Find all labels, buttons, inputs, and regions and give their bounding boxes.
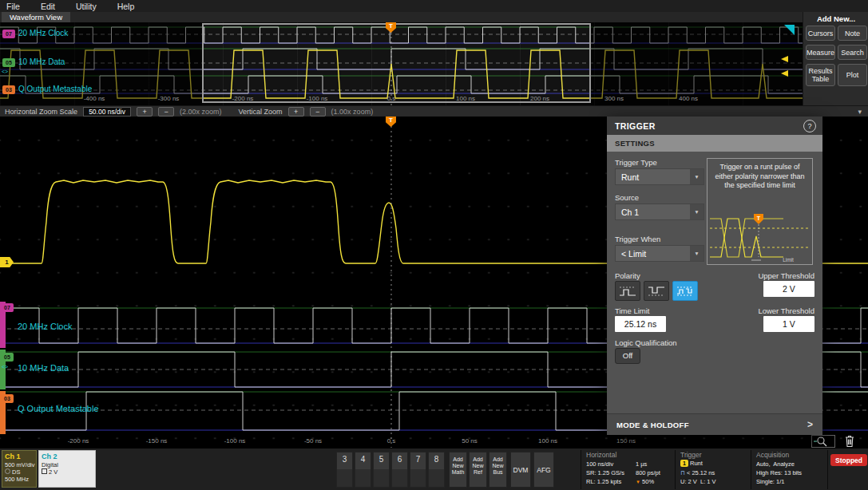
bottom-status-bar: Ch 1 500 mV/div DS 500 MHz Ch 2 Digital … — [0, 448, 868, 490]
overview-label-clock: 20 MHz Clock — [18, 29, 68, 38]
menu-utility[interactable]: Utility — [76, 2, 97, 11]
logic-qualification-off-button[interactable]: Off — [615, 348, 640, 364]
trigger-type-dropdown[interactable]: Runt ▼ — [615, 168, 704, 185]
position-marker-icon: ▼ — [636, 480, 640, 484]
overview-label-meta: Q Output Metastable — [18, 85, 92, 93]
horizontal-status[interactable]: Horizontal 100 ns/div 1 µs SR: 1.25 GS/s… — [583, 450, 673, 489]
ch1-badge[interactable]: Ch 1 500 mV/div DS 500 MHz — [2, 450, 37, 488]
view-tab-strip: Waveform View — [0, 12, 803, 22]
trigger-when-dropdown[interactable]: < Limit ▼ — [615, 245, 704, 262]
trigger-type-value: Runt — [621, 172, 639, 182]
stopped-button[interactable]: Stopped — [830, 454, 867, 466]
tab-settings[interactable]: SETTINGS — [607, 135, 822, 152]
search-mark-icon[interactable] — [784, 25, 795, 35]
note-button[interactable]: Note — [838, 26, 867, 41]
lower-threshold-marker-icon[interactable] — [781, 70, 788, 77]
menu-file[interactable]: File — [6, 2, 20, 11]
menu-edit[interactable]: Edit — [41, 2, 55, 11]
overview-badge-d5[interactable]: 05 — [2, 58, 15, 67]
menu-help[interactable]: Help — [117, 2, 135, 11]
upper-threshold-marker-icon[interactable] — [781, 56, 788, 62]
ch8-button[interactable]: 8 — [428, 452, 445, 488]
trigger-source-badge: 1 — [680, 460, 688, 467]
upper-threshold-input[interactable]: 2 V — [763, 281, 814, 297]
ch5-button[interactable]: 5 — [373, 452, 390, 488]
acquisition-status[interactable]: Acquisition Auto, Analyze High Res: 13 b… — [753, 450, 826, 489]
threshold-icon — [42, 468, 47, 474]
v-zoom-minus-button[interactable]: − — [310, 107, 326, 117]
polarity-negative-button[interactable] — [644, 281, 669, 301]
add-new-bus-button[interactable]: Add New Bus — [489, 452, 507, 488]
upper-threshold-label: Upper Threshold — [711, 271, 814, 280]
expander-icon[interactable]: <> — [2, 69, 8, 74]
v-zoom-label: Vertical Zoom — [239, 108, 283, 116]
v-zoom-factor: (1.00x zoom) — [331, 108, 374, 116]
ch4-button[interactable]: 4 — [355, 452, 371, 488]
ch2-mode: Digital — [39, 461, 95, 468]
ch2-badge[interactable]: Ch 2 Digital 2 V — [38, 450, 96, 488]
chevron-down-icon[interactable]: ▾ — [858, 108, 862, 116]
overview-dim-right — [591, 22, 803, 105]
zoom-overview-icon[interactable] — [811, 435, 835, 448]
main-badge-d5[interactable]: 05 — [1, 353, 14, 362]
add-new-math-button[interactable]: Add New Math — [449, 452, 467, 488]
plot-button[interactable]: Plot — [838, 64, 867, 86]
dvm-button[interactable]: DVM — [510, 452, 531, 488]
measure-button[interactable]: Measure — [806, 45, 835, 60]
trigger-when-label: Trigger When — [615, 235, 660, 243]
runt-icon: ⊓ — [680, 469, 685, 476]
acquisition-title: Acquisition — [753, 450, 826, 459]
ch3-button[interactable]: 3 — [336, 452, 353, 488]
diagram-limit-label: Limit — [783, 257, 794, 263]
trigger-type-label: Trigger Type — [615, 158, 657, 167]
polarity-positive-button[interactable] — [615, 281, 640, 301]
main-badge-d7[interactable]: 07 — [1, 303, 14, 312]
h-zoom-scale-label: Horizontal Zoom Scale — [5, 108, 77, 116]
expander-icon[interactable]: <> — [2, 364, 8, 369]
main-badge-d3[interactable]: 03 — [1, 394, 14, 403]
overview-axis-tick: -300 ns — [158, 95, 180, 102]
runt-trigger-diagram: T Limit — [708, 212, 811, 263]
ch1-bandwidth: 500 MHz — [2, 476, 36, 483]
lower-threshold-input[interactable]: 1 V — [763, 316, 814, 332]
overview-axis-tick: 0 s — [387, 95, 396, 102]
probe-icon — [5, 468, 10, 474]
horizontal-title: Horizontal — [583, 450, 673, 459]
h-zoom-minus-button[interactable]: − — [158, 107, 174, 117]
trigger-status[interactable]: Trigger 1 Runt ⊓ < 25.12 ns U: 2 V L: 1 … — [677, 450, 749, 489]
trigger-panel-header[interactable]: TRIGGER ? — [607, 117, 822, 135]
trash-icon[interactable] — [843, 434, 856, 448]
ch6-button[interactable]: 6 — [391, 452, 408, 488]
chevron-down-icon: ▼ — [690, 169, 704, 184]
negative-runt-icon — [648, 285, 665, 298]
cursors-button[interactable]: Cursors — [806, 26, 835, 41]
source-dropdown[interactable]: Ch 1 ▼ — [615, 204, 704, 220]
overview-zoom-box[interactable] — [202, 23, 591, 103]
search-button[interactable]: Search — [838, 45, 867, 60]
afg-button[interactable]: AFG — [533, 452, 554, 488]
overview-badge-d7[interactable]: 07 — [2, 30, 15, 38]
results-table-button[interactable]: Results Table — [806, 64, 835, 86]
tab-waveform-view[interactable]: Waveform View — [2, 12, 70, 22]
either-runt-icon — [676, 285, 694, 298]
v-zoom-plus-button[interactable]: + — [288, 107, 304, 117]
overview-axis-tick: 300 ns — [604, 95, 624, 102]
add-new-ref-button[interactable]: Add New Ref — [469, 452, 487, 488]
main-label-clock: 20 MHz Clock — [18, 322, 72, 331]
main-axis-tick: -100 ns — [224, 437, 246, 445]
ch2-threshold: 2 V — [39, 468, 95, 476]
mode-holdoff-bar[interactable]: MODE & HOLDOFF > — [607, 413, 822, 435]
chevron-right-icon: > — [807, 419, 813, 430]
main-axis-tick: -200 ns — [68, 437, 89, 445]
h-zoom-scale-input[interactable]: 50.00 ns/div — [83, 107, 131, 117]
ch2-name: Ch 2 — [39, 451, 95, 461]
ch7-button[interactable]: 7 — [410, 452, 426, 488]
help-icon[interactable]: ? — [803, 120, 816, 132]
overview-axis-tick: -200 ns — [232, 95, 254, 102]
polarity-either-button[interactable] — [672, 281, 698, 301]
overview-badge-d3[interactable]: 03 — [2, 85, 15, 94]
main-axis-tick: 100 ns — [538, 437, 557, 445]
source-value: Ch 1 — [621, 207, 639, 217]
h-zoom-plus-button[interactable]: + — [137, 107, 153, 117]
time-limit-input[interactable]: 25.12 ns — [615, 316, 666, 332]
